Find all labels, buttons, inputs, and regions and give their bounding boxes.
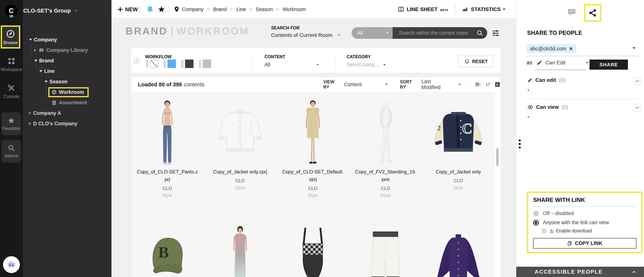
workflow-swatch-light-gray[interactable] bbox=[199, 60, 211, 68]
link-option-anyone[interactable]: Anyone with the link can view bbox=[533, 220, 636, 226]
content-item[interactable]: Copy_of_CLO-SET_Default.zprj CLO Style bbox=[276, 92, 349, 218]
content-item[interactable]: Copy_of_FV2_Standing_19.pos CLO Pose bbox=[349, 92, 422, 218]
excel-export-icon[interactable]: X bbox=[494, 81, 501, 88]
content-item[interactable] bbox=[276, 218, 349, 277]
new-button-label: NEW bbox=[125, 6, 138, 12]
tree-collapse-arrow[interactable] bbox=[29, 122, 31, 125]
sort-order-icon[interactable] bbox=[484, 81, 491, 88]
filter-handle-icon[interactable] bbox=[132, 56, 141, 65]
content-item[interactable] bbox=[349, 218, 422, 277]
breadcrumb-separator: > bbox=[249, 6, 252, 12]
tree-expand-arrow[interactable] bbox=[34, 60, 37, 62]
permission-select-underline bbox=[535, 70, 586, 70]
enable-download-option[interactable]: Enable download bbox=[542, 228, 636, 234]
sort-by-dropdown[interactable] bbox=[458, 84, 461, 85]
content-dropdown[interactable]: All bbox=[264, 62, 319, 68]
as-label: as bbox=[526, 60, 532, 66]
group-switcher[interactable]: CLO-SET's Group bbox=[23, 8, 78, 14]
content-item[interactable]: Copy_of_Jacket only.zprj CLO Style bbox=[204, 92, 276, 218]
content-item[interactable]: B bbox=[131, 218, 204, 277]
tree-item-d-clos-company[interactable]: D CLO's Company bbox=[23, 118, 112, 129]
content-item[interactable] bbox=[422, 218, 495, 277]
category-dropdown[interactable]: Select categ... bbox=[347, 62, 386, 68]
can-edit-section-header: Can edit (0) bbox=[528, 77, 566, 83]
tree-item-assortment[interactable]: Assortment bbox=[23, 98, 112, 108]
chevron-down-icon bbox=[316, 64, 319, 66]
statistics-button[interactable]: STATISTICS bbox=[462, 6, 505, 13]
assortment-icon bbox=[51, 100, 57, 106]
sort-by-value[interactable]: Last Modified bbox=[422, 79, 447, 90]
tree-item-company-a[interactable]: Company A bbox=[23, 108, 112, 118]
radio-off-icon[interactable] bbox=[533, 211, 539, 216]
breadcrumb-item-workroom[interactable]: Workroom bbox=[282, 6, 306, 12]
reset-button[interactable]: RESET bbox=[458, 56, 494, 67]
sidebar-item-favorites[interactable]: Favorites bbox=[2, 112, 21, 135]
search-icon[interactable] bbox=[476, 29, 484, 37]
reset-button-label: RESET bbox=[472, 59, 488, 64]
favorite-room-button[interactable] bbox=[158, 0, 166, 19]
permission-select-value[interactable]: Can Edit bbox=[546, 60, 566, 66]
sidebar-item-workspace[interactable]: Workspace bbox=[1, 56, 22, 72]
advanced-filter-icon[interactable] bbox=[491, 29, 500, 38]
tree-collapse-arrow[interactable] bbox=[34, 49, 36, 52]
section-divider bbox=[526, 99, 641, 99]
sidebar-item-browse[interactable]: Browse bbox=[1, 26, 20, 48]
new-button[interactable]: NEW bbox=[117, 0, 138, 19]
radio-selected-icon[interactable] bbox=[533, 220, 539, 226]
collapse-can-edit-button[interactable] bbox=[633, 77, 642, 86]
toolbar-divider bbox=[469, 80, 470, 88]
line-sheet-button[interactable]: LINE SHEET BETA bbox=[398, 6, 448, 13]
remove-email-icon[interactable] bbox=[569, 47, 573, 51]
tree-expand-arrow[interactable] bbox=[39, 70, 42, 72]
checkbox-unchecked-icon[interactable] bbox=[542, 228, 546, 233]
tree-item-workroom[interactable]: W Workroom bbox=[23, 87, 112, 98]
thumbnail-view-icon[interactable] bbox=[475, 81, 481, 88]
breadcrumb-item-season[interactable]: Season bbox=[256, 6, 273, 12]
tree-item-season[interactable]: Season bbox=[23, 76, 112, 87]
tree-expand-arrow[interactable] bbox=[44, 81, 48, 82]
share-icon[interactable] bbox=[588, 8, 597, 18]
search-filter-select[interactable]: All bbox=[352, 27, 392, 39]
permission-row: as Can Edit bbox=[526, 60, 588, 66]
breadcrumb-item-brand[interactable]: Brand bbox=[213, 6, 227, 12]
pencil-icon bbox=[537, 60, 542, 65]
sidebar-item-console[interactable]: Console bbox=[1, 84, 22, 99]
share-button[interactable]: SHARE bbox=[590, 60, 628, 70]
permission-select-caret[interactable] bbox=[586, 62, 588, 64]
content-item[interactable] bbox=[204, 218, 276, 277]
copy-link-button[interactable]: COPY LINK bbox=[533, 238, 636, 248]
content-item[interactable]: C 2 Copy_of_Jacket only CLO Style bbox=[422, 92, 495, 218]
sidebar-item-search[interactable]: Search bbox=[2, 140, 21, 162]
content-scrollbar[interactable] bbox=[496, 148, 499, 166]
workflow-swatch-none[interactable] bbox=[146, 60, 158, 68]
workflow-swatch-blue[interactable] bbox=[164, 60, 176, 68]
panel-more-options[interactable] bbox=[519, 139, 521, 148]
content-item-owner: CLO bbox=[349, 186, 422, 191]
view-by-value[interactable]: Content bbox=[344, 82, 362, 88]
tree-expand-arrow[interactable] bbox=[29, 39, 32, 41]
tree-collapse-arrow[interactable] bbox=[29, 112, 31, 114]
can-view-empty: - bbox=[528, 114, 529, 120]
breadcrumb-item-line[interactable]: Line bbox=[236, 6, 246, 12]
notifications-button[interactable] bbox=[146, 0, 154, 19]
chevron-down-icon bbox=[386, 32, 388, 34]
search-scope-dropdown[interactable]: Contents of Current Room bbox=[271, 32, 340, 38]
link-option-off[interactable]: Off – disabled bbox=[533, 210, 636, 216]
comments-icon[interactable] bbox=[567, 8, 576, 16]
accessible-people-toggle[interactable]: ACCESSIBLE PEOPLE bbox=[516, 267, 644, 277]
assistant-chat-button[interactable] bbox=[3, 256, 20, 273]
breadcrumb-item-company[interactable]: Company bbox=[182, 6, 204, 12]
thumbnail-white-shorts bbox=[349, 218, 422, 277]
tree-item-company-library[interactable]: Company Library bbox=[23, 45, 112, 56]
tree-item-line[interactable]: Line bbox=[23, 66, 112, 76]
view-by-dropdown[interactable] bbox=[385, 84, 388, 85]
tree-item-company[interactable]: Company bbox=[23, 34, 112, 45]
search-scope-value: Contents of Current Room bbox=[271, 32, 332, 38]
workflow-swatch-dark-gray[interactable] bbox=[181, 60, 194, 68]
tree-item-brand[interactable]: Brand bbox=[23, 56, 112, 66]
content-item[interactable]: Copy_of_CLO-SET_Pants.zprj CLO Style bbox=[131, 92, 204, 218]
email-dropdown-caret[interactable] bbox=[632, 47, 636, 49]
search-input[interactable] bbox=[398, 30, 476, 36]
results-toolbar: VIEW BY Content SORT BY Last Modified bbox=[323, 77, 501, 92]
collapse-can-view-button[interactable] bbox=[633, 104, 642, 112]
